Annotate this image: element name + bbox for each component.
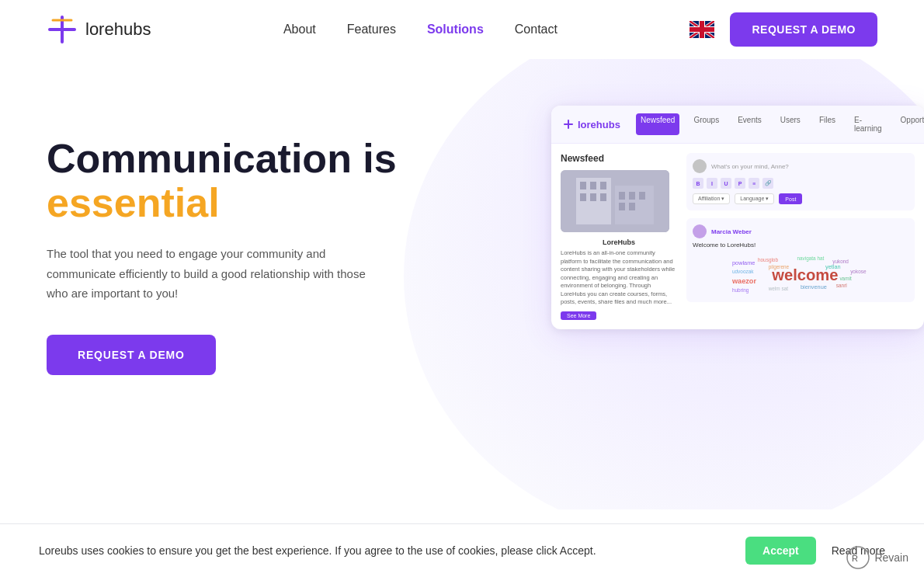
mockup-username: Marcia Weber bbox=[711, 228, 752, 235]
flag-icon[interactable] bbox=[690, 21, 714, 38]
revain-widget[interactable]: R Revain bbox=[846, 546, 908, 569]
svg-text:yetlan: yetlan bbox=[825, 263, 841, 270]
mockup-link-button[interactable]: 🔗 bbox=[762, 178, 773, 189]
cookie-accept-button[interactable]: Accept bbox=[745, 537, 816, 565]
mockup-compose-top: What's on your mind, Anne? bbox=[693, 159, 908, 173]
nav-about[interactable]: About bbox=[283, 23, 316, 36]
mockup-compose-avatar bbox=[693, 159, 707, 173]
mockup-underline-button[interactable]: U bbox=[721, 178, 731, 189]
svg-text:pilgerene: pilgerene bbox=[769, 264, 790, 270]
svg-rect-20 bbox=[580, 193, 586, 201]
mockup-toolbar: B I U P ≡ 🔗 bbox=[693, 178, 908, 189]
mockup-language-dropdown[interactable]: Language ▾ bbox=[735, 193, 774, 204]
svg-text:housglob: housglob bbox=[758, 257, 778, 263]
svg-text:waezor: waezor bbox=[731, 277, 756, 285]
mockup-nav-events: Events bbox=[733, 113, 766, 135]
mockup-post-image bbox=[561, 170, 669, 232]
mockup-left-column: Newsfeed bbox=[561, 153, 677, 320]
svg-rect-19 bbox=[600, 182, 606, 189]
mockup-nav: Newsfeed Groups Events Users Files E-lea… bbox=[636, 113, 924, 135]
cookie-text: Loreubs uses cookies to ensure you get t… bbox=[39, 544, 730, 557]
main-nav: About Features Solutions Contact bbox=[283, 23, 558, 36]
header: lorehubs About Features Solutions Contac… bbox=[0, 0, 924, 59]
mockup-nav-opportunities: Opportunities bbox=[896, 113, 924, 135]
svg-text:yokose: yokose bbox=[850, 269, 867, 275]
svg-text:welm sat: welm sat bbox=[768, 286, 788, 291]
svg-text:bienvenue: bienvenue bbox=[801, 283, 827, 290]
svg-rect-26 bbox=[619, 203, 625, 210]
nav-contact[interactable]: Contact bbox=[515, 23, 558, 36]
nav-solutions[interactable]: Solutions bbox=[427, 23, 484, 36]
svg-rect-17 bbox=[580, 182, 586, 189]
mockup-card-title: LoreHubs bbox=[561, 238, 677, 246]
mockup-compose-box: What's on your mind, Anne? B I U P ≡ 🔗 A… bbox=[686, 153, 915, 210]
mockup-body: Newsfeed bbox=[551, 144, 924, 329]
revain-label: Revain bbox=[874, 551, 908, 564]
svg-rect-21 bbox=[590, 193, 596, 201]
svg-rect-18 bbox=[590, 182, 596, 189]
mockup-comment-area: Marcia Weber Welcome to LoreHubs! welcom… bbox=[686, 218, 915, 302]
hero-title: Communication is essential bbox=[47, 137, 397, 225]
mockup-italic-button[interactable]: I bbox=[707, 178, 717, 189]
svg-text:vamit: vamit bbox=[839, 276, 852, 281]
logo-text: lorehubs bbox=[85, 19, 151, 40]
hero-cta-button[interactable]: REQUEST A DEMO bbox=[47, 335, 216, 375]
building-svg bbox=[561, 170, 669, 232]
header-request-demo-button[interactable]: REQUEST A DEMO bbox=[730, 12, 877, 47]
hero-title-accent: essential bbox=[47, 181, 397, 225]
mockup-comment-text: Welcome to LoreHubs! bbox=[693, 242, 908, 249]
hero-content: Communication is essential The tool that… bbox=[47, 106, 397, 375]
nav-features[interactable]: Features bbox=[347, 23, 396, 36]
mockup-header: lorehubs Newsfeed Groups Events Users Fi… bbox=[551, 106, 924, 144]
svg-rect-27 bbox=[629, 203, 635, 210]
mockup-nav-groups: Groups bbox=[689, 113, 724, 135]
mockup-nav-users: Users bbox=[776, 113, 805, 135]
cookie-banner: Loreubs uses cookies to ensure you get t… bbox=[0, 523, 924, 577]
mockup-bold-button[interactable]: B bbox=[693, 178, 703, 189]
svg-text:udvoozak: udvoozak bbox=[732, 269, 754, 274]
svg-text:sanrl: sanrl bbox=[836, 283, 847, 288]
header-right: REQUEST A DEMO bbox=[690, 12, 877, 47]
hero-subtitle: The tool that you need to engage your co… bbox=[47, 244, 373, 304]
svg-text:hubring: hubring bbox=[732, 287, 749, 294]
logo-icon bbox=[47, 14, 78, 45]
svg-rect-11 bbox=[690, 27, 714, 32]
hero-section: Communication is essential The tool that… bbox=[0, 59, 924, 509]
revain-icon: R bbox=[846, 546, 870, 569]
svg-rect-24 bbox=[629, 192, 635, 200]
mockup-card-text: LoreHubs is an all-in-one community plat… bbox=[561, 249, 677, 307]
svg-rect-22 bbox=[600, 193, 606, 201]
mockup-logo: lorehubs bbox=[564, 119, 620, 130]
mockup-dropdowns: Affiliation ▾ Language ▾ Post bbox=[693, 193, 908, 204]
mockup-section-title: Newsfeed bbox=[561, 153, 677, 164]
mockup-word-cloud: welcome powlame housglob navigata hat yu… bbox=[693, 253, 908, 296]
mockup-nav-files: Files bbox=[815, 113, 840, 135]
hero-image-area: lorehubs Newsfeed Groups Events Users Fi… bbox=[536, 82, 924, 486]
mockup-post-button[interactable]: Post bbox=[779, 193, 802, 204]
svg-text:navigata hat: navigata hat bbox=[797, 255, 824, 262]
svg-text:powlame: powlame bbox=[732, 259, 755, 266]
mockup-affiliation-dropdown[interactable]: Affiliation ▾ bbox=[693, 193, 730, 204]
mockup-user-avatar bbox=[693, 224, 707, 238]
svg-text:R: R bbox=[852, 554, 858, 563]
mockup-compose-placeholder[interactable]: What's on your mind, Anne? bbox=[711, 163, 908, 170]
svg-rect-23 bbox=[619, 192, 625, 200]
svg-rect-25 bbox=[639, 192, 645, 200]
mockup-comment-header: Marcia Weber bbox=[693, 224, 908, 238]
dashboard-mockup: lorehubs Newsfeed Groups Events Users Fi… bbox=[551, 106, 924, 329]
word-cloud-svg: welcome powlame housglob navigata hat yu… bbox=[693, 253, 908, 296]
mockup-align-button[interactable]: ≡ bbox=[749, 178, 759, 189]
mockup-nav-newsfeed: Newsfeed bbox=[636, 113, 679, 135]
logo-area[interactable]: lorehubs bbox=[47, 14, 151, 45]
mockup-right-column: What's on your mind, Anne? B I U P ≡ 🔗 A… bbox=[686, 153, 915, 320]
mockup-see-more-button[interactable]: See More bbox=[561, 311, 596, 320]
mockup-paragraph-button[interactable]: P bbox=[735, 178, 745, 189]
svg-point-43 bbox=[847, 547, 869, 568]
mockup-nav-elearning: E-learning bbox=[849, 113, 887, 135]
mockup-logo-icon bbox=[564, 120, 573, 129]
